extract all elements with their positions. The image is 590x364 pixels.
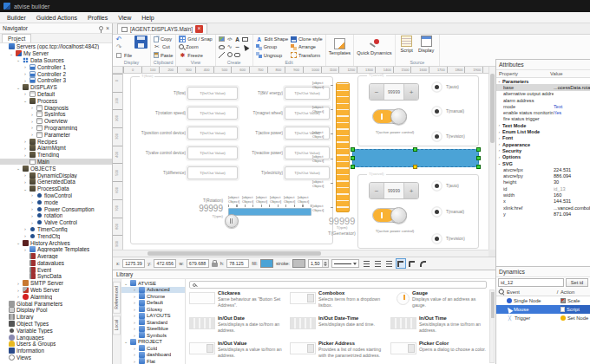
expander-arrow[interactable]: › — [30, 206, 35, 211]
expander-arrow[interactable]: › — [132, 352, 137, 357]
edit-button[interactable]: Transform — [291, 52, 323, 59]
expander-arrow[interactable]: › — [23, 226, 28, 231]
toggle-knob[interactable] — [390, 207, 407, 224]
stepper-minus-button[interactable] — [370, 84, 384, 100]
expander-arrow[interactable]: › — [23, 64, 28, 69]
expander-arrow[interactable]: › — [23, 233, 28, 238]
tree-item[interactable]: › Power Consumption — [0, 205, 112, 212]
selected-combobox-element[interactable] — [352, 149, 479, 167]
dynamics-row[interactable]: Mouse Script — [496, 305, 590, 314]
expander-arrow[interactable]: › — [30, 213, 35, 218]
slider-thumb[interactable] — [225, 214, 239, 228]
tree-item[interactable]: › flowControl — [0, 192, 112, 199]
style-button[interactable] — [384, 258, 395, 269]
set-id-button[interactable]: Set id — [566, 278, 588, 287]
tree-item[interactable]: › GeneratedData — [0, 179, 112, 185]
tree-item[interactable]: Servers (opc.tcp://localhost:4842) — [0, 43, 112, 50]
tree-item[interactable]: Information — [0, 348, 112, 354]
attribute-row[interactable]: atvcrefpy 886.094 — [496, 172, 590, 179]
expander-arrow[interactable]: › — [132, 294, 137, 299]
attribute-row[interactable]: ⌄ SVG — [496, 160, 590, 166]
library-scrollbar[interactable] — [489, 289, 495, 363]
design-page[interactable]: T(flow) T(flow) T(In/Out Value) T(8kV en… — [123, 74, 488, 250]
expander-arrow[interactable]: › — [30, 192, 35, 198]
library-tree-item[interactable]: › Cold — [121, 345, 185, 352]
expander-arrow[interactable]: ⌄ — [123, 339, 128, 344]
tree-item[interactable]: ⌄ ProcessData — [0, 185, 112, 192]
view-button[interactable]: Grid / Snap — [179, 36, 212, 42]
expander-arrow[interactable]: › — [23, 78, 28, 83]
tree-item[interactable]: Library — [0, 314, 112, 321]
canvas-horizontal-scrollbar[interactable] — [113, 250, 488, 257]
expander-arrow[interactable]: ⌄ — [9, 51, 14, 56]
stepper-value[interactable]: 99999 — [384, 183, 404, 198]
close-icon[interactable] — [106, 25, 109, 31]
create-tool-button[interactable] — [226, 43, 233, 50]
io-value-field[interactable]: T(In/Out Value) — [187, 87, 238, 100]
power-toggle[interactable] — [372, 208, 407, 223]
width-field[interactable]: 679.688 — [187, 259, 209, 268]
attribute-value[interactable]: 224.531 — [554, 167, 590, 172]
attribute-row[interactable]: › Options — [496, 154, 590, 160]
expander-arrow[interactable]: › — [23, 146, 28, 151]
library-tree-item[interactable]: › dashboard — [121, 352, 185, 359]
tree-item[interactable]: datavalues — [0, 260, 112, 267]
library-component[interactable]: In/Out Date-Time Sets/displays date and … — [290, 315, 386, 338]
library-tree-item[interactable]: › Advanced — [121, 287, 185, 294]
expander-arrow[interactable]: › — [132, 359, 137, 364]
menu-item[interactable]: Help — [141, 15, 154, 21]
spinner-arrows-icon[interactable] — [322, 260, 328, 267]
selection-handle[interactable] — [476, 165, 481, 169]
expander-arrow[interactable]: › — [30, 199, 35, 205]
tree-item[interactable]: Languages — [0, 334, 112, 341]
tree-item[interactable]: › Web Server — [0, 287, 112, 294]
attribute-row[interactable]: alternative output address — [496, 91, 590, 97]
attribute-value[interactable]: ...ocessData.rotation — [554, 85, 590, 90]
selection-handle[interactable] — [351, 156, 355, 160]
scrollbar-thumb[interactable] — [490, 74, 495, 143]
tree-item[interactable]: ⌄ Data Sources — [0, 57, 112, 64]
library-component[interactable]: Picker Address Provides a list of nodes … — [290, 341, 386, 363]
attribute-value[interactable]: 871.094 — [554, 211, 590, 217]
expander-arrow[interactable]: › — [16, 294, 21, 299]
create-tool-button[interactable] — [219, 43, 226, 50]
tab-project[interactable]: Project — [2, 34, 31, 42]
edit-button[interactable]: Arrange — [291, 43, 323, 50]
tree-item[interactable]: › SMTP Server — [0, 280, 112, 287]
tree-item[interactable]: › Parameter — [0, 131, 112, 138]
attribute-value[interactable]: 160 — [554, 192, 590, 198]
library-tree-item[interactable]: › Flat — [121, 358, 185, 364]
attribute-row[interactable]: height 30 — [496, 179, 590, 185]
expander-arrow[interactable]: › — [23, 179, 28, 185]
radio-option[interactable]: T(auto) — [431, 81, 476, 93]
attribute-row[interactable]: fire status trigger — [496, 116, 590, 122]
library-component[interactable]: Combobox Selects items from a dropdown l… — [290, 290, 386, 313]
selection-center-handle[interactable] — [413, 165, 417, 169]
library-tree-item[interactable]: › Glossy — [121, 306, 185, 313]
edit-button[interactable]: Clone style — [291, 36, 323, 42]
tree-item[interactable]: › Programming — [0, 125, 112, 132]
menu-item[interactable]: View — [118, 15, 131, 21]
undo-button[interactable] — [115, 36, 132, 42]
category-arrow[interactable]: › — [496, 123, 502, 127]
file-button[interactable]: File — [115, 52, 132, 59]
tree-item[interactable]: SyncData — [0, 273, 112, 280]
tree-item[interactable]: › rotation — [0, 212, 112, 219]
dynamics-row[interactable]: Single Node Scale — [496, 296, 590, 305]
library-component[interactable]: In/Out Value Sets/displays a value to/fr… — [189, 341, 285, 363]
document-tab[interactable]: [AGENT.DISPLAYS.Main] — [117, 23, 207, 34]
tree-item[interactable]: ⌄ History Archives — [0, 239, 112, 246]
expander-arrow[interactable]: ⌄ — [16, 57, 21, 62]
attribute-value[interactable]: Text — [554, 104, 590, 109]
library-search-input[interactable] — [189, 281, 487, 289]
tab-close-icon[interactable] — [195, 25, 203, 33]
canvas-vertical-scrollbar[interactable] — [488, 67, 495, 250]
radio-option[interactable]: T(manual) — [431, 106, 476, 118]
expander-arrow[interactable]: ⌄ — [16, 240, 21, 245]
radio-option[interactable]: T(manual) — [431, 206, 476, 218]
library-side-tab[interactable]: Local — [113, 315, 121, 335]
attribute-row[interactable]: x 144.531 — [496, 198, 590, 205]
category-arrow[interactable]: › — [496, 148, 502, 153]
tree-item[interactable]: › SysInfos — [0, 111, 112, 118]
fill-color-swatch[interactable] — [260, 259, 273, 268]
